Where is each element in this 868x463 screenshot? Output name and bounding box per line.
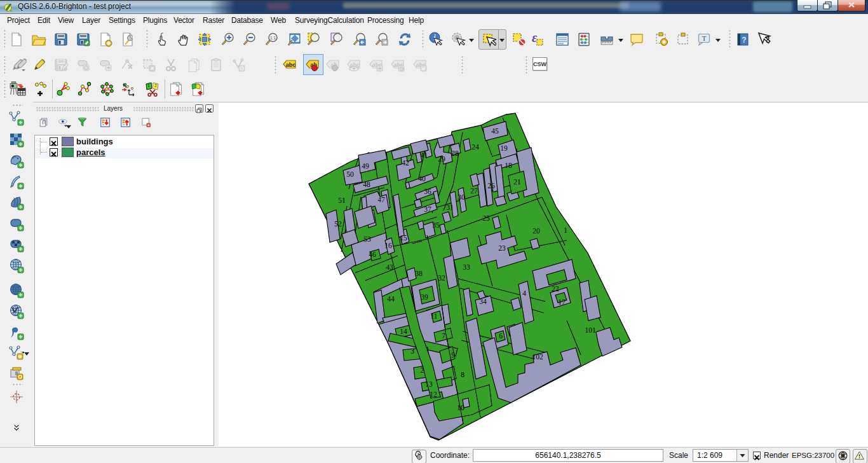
svg-text:50: 50 <box>346 170 354 178</box>
svg-text:1:1: 1:1 <box>270 36 276 40</box>
svg-text:102: 102 <box>532 353 543 361</box>
svg-text:44: 44 <box>387 295 395 303</box>
svg-text:3: 3 <box>410 347 414 355</box>
svg-text:36: 36 <box>424 188 431 195</box>
svg-text:40: 40 <box>418 175 426 183</box>
svg-text:8: 8 <box>461 371 465 378</box>
svg-text:1: 1 <box>564 226 567 234</box>
svg-text:32: 32 <box>438 274 445 282</box>
svg-text:6: 6 <box>499 332 503 340</box>
svg-text:45: 45 <box>491 127 499 135</box>
svg-text:14: 14 <box>400 328 407 335</box>
svg-text:41: 41 <box>420 151 428 159</box>
svg-text:35: 35 <box>432 221 440 229</box>
svg-text:2: 2 <box>420 366 424 374</box>
svg-text:101: 101 <box>585 326 596 334</box>
svg-text:9: 9 <box>451 351 455 359</box>
svg-text:52: 52 <box>334 220 342 228</box>
svg-text:26: 26 <box>487 182 495 190</box>
svg-text:43: 43 <box>386 263 393 271</box>
svg-text:7: 7 <box>442 332 445 340</box>
svg-text:42: 42 <box>402 159 409 167</box>
svg-text:11: 11 <box>430 312 437 320</box>
svg-text:30: 30 <box>458 193 465 201</box>
svg-text:16: 16 <box>384 242 392 249</box>
svg-text:2: 2 <box>154 83 157 88</box>
svg-text:33: 33 <box>463 263 470 271</box>
svg-text:46: 46 <box>369 251 376 258</box>
svg-text:abc: abc <box>286 62 296 68</box>
svg-text:53: 53 <box>363 235 371 243</box>
svg-text:31: 31 <box>446 204 454 211</box>
svg-text:25: 25 <box>482 214 490 222</box>
svg-text:12: 12 <box>430 390 437 398</box>
svg-text:15: 15 <box>400 234 407 242</box>
svg-text:28: 28 <box>451 149 459 157</box>
svg-text:37: 37 <box>424 205 431 213</box>
svg-text:18: 18 <box>505 162 512 169</box>
svg-text:10: 10 <box>457 404 465 411</box>
svg-text:17: 17 <box>558 298 566 306</box>
svg-text:4: 4 <box>522 289 526 297</box>
svg-text:38: 38 <box>415 270 423 277</box>
svg-text:21: 21 <box>513 178 521 186</box>
svg-text:48: 48 <box>363 181 370 188</box>
svg-text:19: 19 <box>500 144 508 152</box>
svg-text:29: 29 <box>438 155 445 163</box>
svg-text:?: ? <box>742 36 746 45</box>
svg-text:1: 1 <box>147 83 150 88</box>
svg-text:47: 47 <box>377 196 385 204</box>
svg-text:13: 13 <box>425 380 433 388</box>
svg-text:51: 51 <box>338 197 346 204</box>
svg-text:49: 49 <box>362 162 369 170</box>
svg-text:T: T <box>702 34 707 42</box>
svg-text:34: 34 <box>479 298 487 305</box>
svg-text:24: 24 <box>471 143 479 151</box>
svg-text:20: 20 <box>532 227 540 235</box>
svg-text:27: 27 <box>470 187 478 195</box>
svg-text:23: 23 <box>498 244 506 252</box>
svg-text:22: 22 <box>552 285 559 293</box>
svg-text:39: 39 <box>421 293 428 301</box>
svg-text:?: ? <box>764 34 770 45</box>
